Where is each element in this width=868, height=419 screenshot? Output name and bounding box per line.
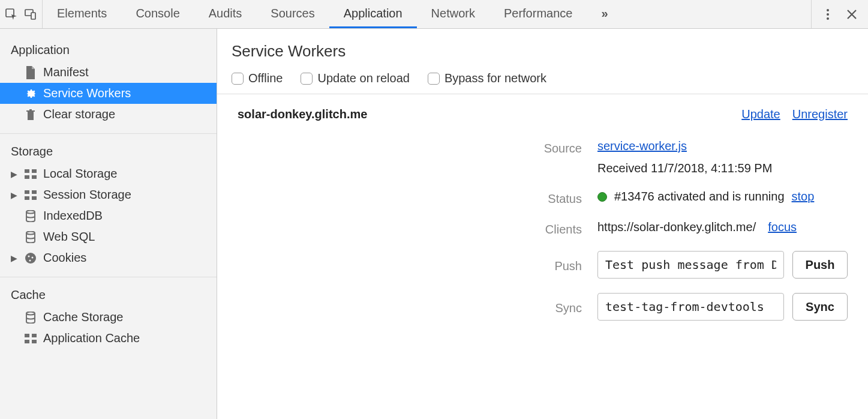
tab-audits[interactable]: Audits (194, 0, 257, 28)
tab-application[interactable]: Application (329, 0, 417, 28)
sidebar-item-label: Clear storage (43, 107, 115, 121)
service-workers-panel: Service Workers Offline Update on reload… (217, 29, 868, 419)
svg-rect-11 (32, 190, 37, 194)
sidebar-item-label: IndexedDB (43, 209, 103, 223)
source-script-link[interactable]: service-worker.js (597, 139, 687, 152)
tab-performance[interactable]: Performance (489, 0, 587, 28)
sync-tag-input[interactable] (597, 293, 784, 321)
svg-point-5 (827, 17, 829, 20)
tabs-container: Elements Console Audits Sources Applicat… (43, 0, 623, 28)
row-label-clients: Clients (238, 220, 597, 237)
svg-rect-8 (25, 175, 29, 179)
sidebar-item-manifest[interactable]: Manifest (0, 62, 217, 83)
sidebar-item-label: Manifest (43, 65, 89, 79)
row-label-sync: Sync (238, 299, 597, 315)
sidebar-item-session-storage[interactable]: ▶ Session Storage (0, 184, 217, 205)
main-split: Application Manifest Service Workers Cle… (0, 29, 868, 419)
svg-point-18 (32, 256, 34, 258)
topbar-right-controls (811, 0, 868, 28)
svg-rect-22 (32, 334, 37, 337)
sw-origin: solar-donkey.glitch.me (238, 107, 741, 121)
status-dot-icon (597, 192, 607, 202)
push-message-input[interactable] (597, 251, 784, 279)
inspect-icon[interactable] (5, 8, 18, 21)
sidebar-item-label: Service Workers (43, 86, 131, 100)
database-icon (24, 231, 37, 244)
sidebar-item-label: Cookies (43, 251, 86, 265)
svg-point-19 (29, 259, 31, 261)
svg-rect-9 (32, 175, 37, 179)
row-label-source: Source (238, 139, 597, 155)
device-toggle-icon[interactable] (24, 8, 37, 21)
table-icon (24, 188, 37, 202)
section-title-storage: Storage (0, 139, 217, 163)
svg-point-14 (26, 210, 35, 213)
file-icon (24, 66, 37, 79)
menu-kebab-icon[interactable] (821, 8, 834, 21)
close-icon[interactable] (845, 8, 858, 21)
sidebar-item-label: Local Storage (43, 167, 117, 181)
tab-network[interactable]: Network (417, 0, 489, 28)
svg-rect-12 (25, 196, 29, 200)
status-text: #13476 activated and is running (614, 190, 785, 203)
section-title-application: Application (0, 37, 217, 62)
checkbox-bypass-for-network[interactable]: Bypass for network (428, 71, 546, 85)
svg-point-15 (26, 231, 35, 234)
chevron-right-icon: ▶ (11, 190, 18, 200)
push-button[interactable]: Push (792, 251, 848, 279)
sidebar-item-label: Web SQL (43, 230, 95, 244)
unregister-link[interactable]: Unregister (792, 107, 848, 121)
tab-sources[interactable]: Sources (256, 0, 329, 28)
update-link[interactable]: Update (741, 107, 780, 121)
svg-rect-6 (25, 169, 29, 173)
svg-point-4 (827, 13, 829, 16)
table-icon (24, 167, 37, 181)
focus-link[interactable]: focus (768, 220, 797, 234)
section-title-cache: Cache (0, 282, 217, 307)
svg-rect-7 (32, 169, 37, 173)
sidebar-item-cookies[interactable]: ▶ Cookies (0, 247, 217, 268)
sidebar-item-label: Session Storage (43, 188, 131, 202)
svg-rect-10 (25, 190, 29, 194)
chevron-right-icon: ▶ (11, 169, 18, 179)
row-label-push: Push (238, 257, 597, 273)
svg-rect-23 (25, 340, 29, 343)
svg-point-17 (28, 255, 30, 257)
tabs-overflow[interactable]: » (587, 0, 622, 28)
gear-icon (24, 87, 37, 100)
client-url: https://solar-donkey.glitch.me/ (597, 220, 756, 234)
sidebar-item-indexeddb[interactable]: IndexedDB (0, 205, 217, 226)
sidebar-item-label: Application Cache (43, 331, 140, 345)
sidebar-item-websql[interactable]: Web SQL (0, 226, 217, 247)
database-icon (24, 210, 37, 223)
svg-point-16 (25, 253, 36, 264)
checkbox-label: Offline (248, 71, 283, 85)
topbar-left-controls (0, 0, 43, 28)
svg-point-3 (827, 9, 829, 11)
svg-rect-13 (32, 196, 37, 200)
sidebar-item-label: Cache Storage (43, 310, 123, 324)
sidebar-item-cache-storage[interactable]: Cache Storage (0, 307, 217, 328)
table-icon (24, 332, 37, 345)
checkbox-label: Bypass for network (444, 71, 546, 85)
tab-console[interactable]: Console (121, 0, 194, 28)
sync-button[interactable]: Sync (792, 293, 848, 321)
chevron-right-icon: ▶ (11, 253, 18, 263)
checkbox-update-on-reload[interactable]: Update on reload (301, 71, 409, 85)
cookie-icon (24, 252, 37, 265)
tab-elements[interactable]: Elements (43, 0, 121, 28)
application-sidebar: Application Manifest Service Workers Cle… (0, 29, 217, 419)
panel-title: Service Workers (232, 42, 854, 61)
stop-link[interactable]: stop (792, 190, 815, 203)
checkbox-offline[interactable]: Offline (232, 71, 283, 85)
received-text: Received 11/7/2018, 4:11:59 PM (597, 161, 848, 175)
checkbox-label: Update on reload (317, 71, 409, 85)
sidebar-item-clear-storage[interactable]: Clear storage (0, 104, 217, 125)
devtools-tabbar: Elements Console Audits Sources Applicat… (0, 0, 868, 29)
sidebar-item-service-workers[interactable]: Service Workers (0, 83, 217, 104)
sidebar-item-local-storage[interactable]: ▶ Local Storage (0, 163, 217, 184)
sidebar-item-application-cache[interactable]: Application Cache (0, 328, 217, 349)
trash-icon (24, 108, 37, 121)
svg-rect-24 (32, 340, 37, 343)
database-icon (24, 311, 37, 324)
